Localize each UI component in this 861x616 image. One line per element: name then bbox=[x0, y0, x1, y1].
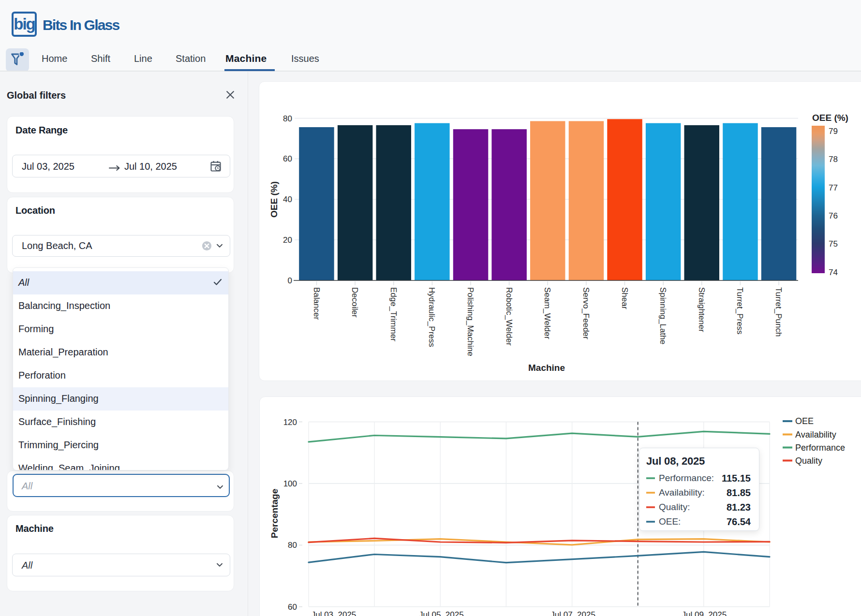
svg-text:80: 80 bbox=[288, 541, 297, 550]
svg-text:Seam_Welder: Seam_Welder bbox=[543, 287, 552, 339]
svg-text:Machine: Machine bbox=[528, 363, 565, 373]
svg-text:75: 75 bbox=[829, 239, 838, 249]
svg-text:Hydraulic_Press: Hydraulic_Press bbox=[427, 287, 436, 347]
svg-text:Percentage: Percentage bbox=[269, 489, 280, 538]
svg-text:77: 77 bbox=[829, 183, 838, 192]
svg-text:Decoiler: Decoiler bbox=[350, 287, 359, 318]
svg-text:20: 20 bbox=[283, 235, 292, 245]
svg-text:Spinning_Lathe: Spinning_Lathe bbox=[658, 287, 668, 344]
svg-text:78: 78 bbox=[829, 155, 838, 164]
svg-text:60: 60 bbox=[283, 154, 292, 163]
svg-text:Jul 05, 2025: Jul 05, 2025 bbox=[419, 610, 464, 616]
svg-text:Jul 07, 2025: Jul 07, 2025 bbox=[550, 610, 595, 616]
svg-text:OEE (%): OEE (%) bbox=[812, 113, 848, 123]
svg-text:40: 40 bbox=[283, 195, 292, 204]
svg-text:79: 79 bbox=[829, 127, 838, 136]
svg-text:Polishing_Machine: Polishing_Machine bbox=[466, 287, 475, 356]
svg-text:Edge_Trimmer: Edge_Trimmer bbox=[389, 287, 398, 341]
svg-text:Availability: Availability bbox=[795, 430, 836, 440]
svg-text:Balancer: Balancer bbox=[312, 287, 321, 320]
svg-text:60: 60 bbox=[288, 602, 297, 612]
svg-text:Turret_Press: Turret_Press bbox=[735, 287, 744, 335]
svg-text:Shear: Shear bbox=[620, 287, 629, 309]
svg-text:76: 76 bbox=[829, 211, 838, 220]
svg-text:Robotic_Welder: Robotic_Welder bbox=[505, 287, 514, 346]
svg-text:100: 100 bbox=[283, 479, 297, 488]
svg-text:Straightener: Straightener bbox=[697, 287, 706, 332]
svg-text:74: 74 bbox=[829, 268, 838, 277]
svg-text:Servo_Feeder: Servo_Feeder bbox=[581, 287, 591, 339]
svg-text:Jul 03, 2025: Jul 03, 2025 bbox=[312, 610, 356, 616]
svg-text:Quality: Quality bbox=[795, 456, 822, 466]
svg-text:Jul 09, 2025: Jul 09, 2025 bbox=[682, 610, 727, 616]
svg-text:OEE (%): OEE (%) bbox=[269, 181, 279, 218]
svg-text:OEE: OEE bbox=[795, 416, 814, 426]
svg-text:0: 0 bbox=[288, 276, 292, 285]
svg-text:Turret_Punch: Turret_Punch bbox=[774, 287, 783, 337]
svg-text:80: 80 bbox=[283, 114, 292, 123]
svg-text:120: 120 bbox=[283, 418, 297, 427]
svg-text:Performance: Performance bbox=[795, 443, 845, 453]
